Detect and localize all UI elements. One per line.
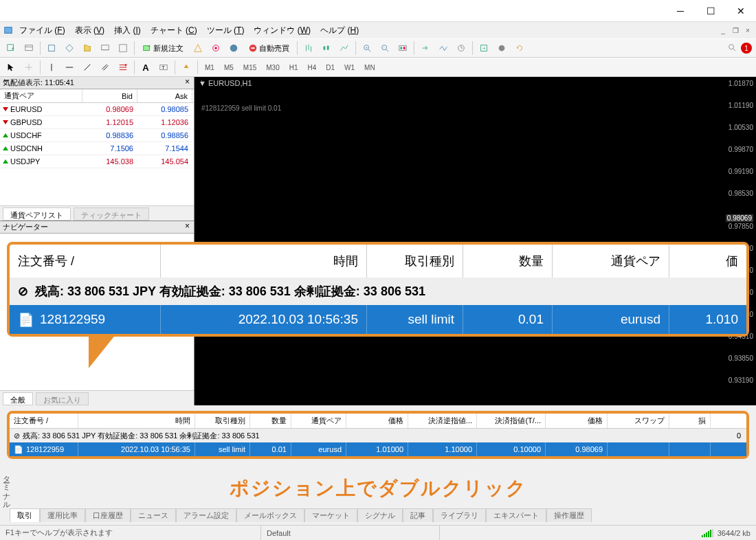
col-ask[interactable]: Ask [137, 89, 192, 102]
crosshair-button[interactable] [21, 60, 37, 75]
profiles-button[interactable] [21, 41, 37, 56]
terminal-col[interactable]: 注文番号 / [10, 414, 78, 428]
terminal-tab[interactable]: ライブラリ [433, 508, 486, 522]
strategy-tester-button[interactable] [115, 41, 131, 56]
col-order-number[interactable]: 注文番号 / [10, 245, 161, 278]
new-chart-button[interactable]: + [3, 41, 19, 56]
timeframe-W1[interactable]: W1 [340, 62, 359, 74]
timeframe-D1[interactable]: D1 [322, 62, 339, 74]
tab-favorites[interactable]: お気に入り [36, 392, 89, 405]
terminal-col[interactable]: 価格 [346, 414, 408, 428]
timeframe-M15[interactable]: M15 [239, 62, 260, 74]
navigator-button[interactable] [79, 41, 96, 56]
terminal-col[interactable]: 損 [669, 414, 711, 428]
col-price[interactable]: 価 [669, 245, 746, 278]
marketwatch-row[interactable]: EURUSD 0.98069 0.98085 [0, 103, 194, 116]
menu-item[interactable]: 表示 (V) [71, 23, 109, 38]
timeframe-M1[interactable]: M1 [201, 62, 219, 74]
mdi-restore-icon[interactable]: ❐ [730, 25, 741, 36]
terminal-tab[interactable]: ニュース [131, 508, 176, 522]
marketwatch-close-icon[interactable]: × [183, 78, 192, 87]
horizontal-line-button[interactable] [61, 60, 78, 75]
templates-button[interactable]: + [476, 41, 492, 56]
periodicity-button[interactable] [453, 41, 469, 56]
terminal-tab[interactable]: メールボックス [236, 508, 304, 522]
terminal-col[interactable]: 通貨ペア [291, 414, 346, 428]
menu-item[interactable]: ツール (T) [203, 23, 249, 38]
order-row-selected[interactable]: 📄128122959 2022.10.03 10:56:35 sell limi… [10, 305, 746, 334]
terminal-col[interactable]: 決済逆指値... [408, 414, 477, 428]
menu-item[interactable]: チャート (C) [146, 23, 201, 38]
zoom-out-button[interactable]: - [377, 41, 393, 56]
marketwatch-row[interactable]: USDCNH 7.1506 7.1544 [0, 142, 194, 155]
col-time[interactable]: 時間 [161, 245, 367, 278]
timeframe-M30[interactable]: M30 [262, 62, 283, 74]
terminal-tab[interactable]: 記事 [403, 508, 433, 522]
marketwatch-row[interactable]: USDCHF 0.98836 0.98856 [0, 129, 194, 142]
terminal-order-row[interactable]: 📄1281229592022.10.03 10:56:35sell limit0… [10, 442, 746, 456]
fibonacci-button[interactable]: F [115, 60, 131, 75]
notification-badge[interactable]: 1 [741, 43, 752, 54]
terminal-button[interactable] [97, 41, 113, 56]
terminal-col[interactable]: 時間 [78, 414, 195, 428]
mdi-minimize-icon[interactable]: _ [718, 25, 729, 36]
terminal-tab[interactable]: アラーム設定 [176, 508, 236, 522]
maximize-button[interactable]: ☐ [696, 0, 726, 22]
menu-item[interactable]: ウィンドウ (W) [249, 23, 315, 38]
menu-item[interactable]: ファイル (F) [15, 23, 69, 38]
new-order-button[interactable]: +新規注文 [137, 41, 188, 56]
col-type[interactable]: 取引種別 [367, 245, 463, 278]
terminal-col[interactable]: 価格 [546, 414, 608, 428]
object-list-button[interactable] [493, 41, 510, 56]
line-chart-button[interactable] [336, 41, 353, 56]
menu-item[interactable]: ヘルプ (H) [316, 23, 363, 38]
candle-chart-button[interactable] [318, 41, 335, 56]
terminal-col[interactable]: スワップ [608, 414, 669, 428]
terminal-tab[interactable]: 口座履歴 [85, 508, 131, 522]
tab-general[interactable]: 全般 [3, 392, 33, 405]
market-button[interactable] [225, 41, 242, 56]
search-icon[interactable] [727, 43, 737, 54]
terminal-tab[interactable]: エキスパート [486, 508, 546, 522]
terminal-col[interactable]: 決済指値(T/... [477, 414, 546, 428]
indicators-button[interactable] [435, 41, 452, 56]
terminal-tab[interactable]: 取引 [10, 508, 40, 522]
shift-button[interactable] [417, 41, 434, 56]
terminal-col[interactable]: 取引種別 [195, 414, 250, 428]
navigator-close-icon[interactable]: × [183, 223, 192, 232]
timeframe-H4[interactable]: H4 [304, 62, 321, 74]
marketwatch-button[interactable] [43, 41, 60, 56]
arrows-button[interactable] [178, 60, 194, 75]
timeframe-M5[interactable]: M5 [220, 62, 238, 74]
text-button[interactable]: A [137, 60, 154, 75]
autotrade-button[interactable]: 自動売買 [243, 41, 294, 56]
close-button[interactable]: ✕ [726, 0, 756, 22]
signals-button[interactable] [208, 41, 224, 56]
equidistant-button[interactable] [97, 60, 113, 75]
update-button[interactable] [511, 41, 528, 56]
trendline-button[interactable] [79, 60, 96, 75]
mdi-close-icon[interactable]: × [742, 25, 753, 36]
tab-tick-chart[interactable]: ティックチャート [74, 207, 149, 221]
chart-area[interactable]: ▼ EURUSD,H1 #128122959 sell limit 0.01 [194, 77, 756, 405]
terminal-tab[interactable]: 操作履歴 [546, 508, 592, 522]
col-symbol[interactable]: 通貨ペア [553, 245, 669, 278]
marketwatch-row[interactable]: USDJPY 145.038 145.054 [0, 155, 194, 168]
timeframe-MN[interactable]: MN [360, 62, 379, 74]
bar-chart-button[interactable] [300, 41, 317, 56]
cursor-button[interactable] [3, 60, 19, 75]
menu-item[interactable]: 挿入 (I) [110, 23, 145, 38]
col-bid[interactable]: Bid [82, 89, 137, 102]
terminal-tab[interactable]: シグナル [357, 508, 403, 522]
tab-symbol-list[interactable]: 通貨ペアリスト [3, 207, 71, 221]
marketwatch-row[interactable]: GBPUSD 1.12015 1.12036 [0, 116, 194, 129]
timeframe-H1[interactable]: H1 [285, 62, 302, 74]
col-symbol[interactable]: 通貨ペア [0, 89, 82, 102]
data-window-button[interactable] [61, 41, 78, 56]
metaquotes-button[interactable] [190, 41, 206, 56]
terminal-tab[interactable]: 運用比率 [40, 508, 85, 522]
minimize-button[interactable]: ─ [665, 0, 696, 22]
col-lots[interactable]: 数量 [463, 245, 553, 278]
zoom-in-button[interactable]: + [359, 41, 375, 56]
auto-scroll-button[interactable] [394, 41, 411, 56]
